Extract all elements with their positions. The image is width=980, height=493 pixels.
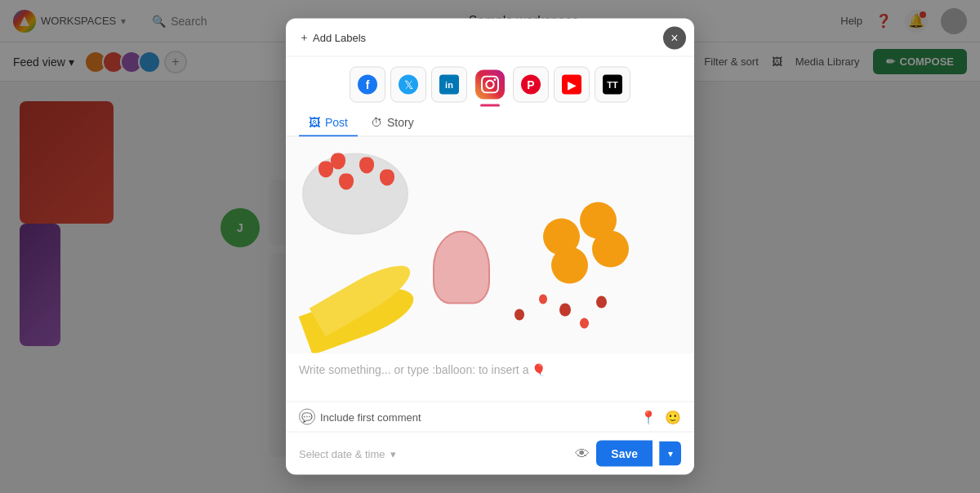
modal-footer: Select date & time ▾ 👁 Save ▾ xyxy=(286,433,694,475)
save-button[interactable]: Save xyxy=(596,441,653,467)
comment-action-icons: 📍 🙂 xyxy=(640,409,681,424)
add-labels-label: Add Labels xyxy=(313,31,366,43)
platform-linkedin[interactable]: in xyxy=(431,67,467,103)
platform-facebook[interactable]: f xyxy=(350,67,385,103)
raspberry-4 xyxy=(580,318,589,329)
comment-row: 💬 Include first comment 📍 🙂 xyxy=(286,402,694,433)
date-placeholder: Select date & time xyxy=(299,447,385,460)
platform-row: f 𝕏 in P ▶ TT xyxy=(286,57,694,103)
modal-tabs: 🖼 Post ⏱ Story xyxy=(286,103,694,137)
orange-3 xyxy=(551,247,588,284)
write-placeholder: Write something... or type :balloon: to … xyxy=(299,363,681,376)
raspberry-1 xyxy=(514,309,524,321)
smoothie-cup xyxy=(433,231,490,304)
save-dropdown-button[interactable]: ▾ xyxy=(659,442,681,466)
platform-pinterest[interactable]: P xyxy=(513,67,549,103)
location-icon[interactable]: 📍 xyxy=(640,409,657,424)
emoji-icon[interactable]: 🙂 xyxy=(665,409,681,424)
date-chevron: ▾ xyxy=(390,447,396,460)
plus-icon: ＋ xyxy=(299,30,310,45)
orange-4 xyxy=(592,231,629,268)
platform-youtube[interactable]: ▶ xyxy=(554,67,590,103)
strawberry-2 xyxy=(339,174,354,190)
raspberry-3 xyxy=(559,304,571,317)
strawberry-5 xyxy=(331,153,345,170)
modal-header: ＋ Add Labels × xyxy=(286,19,694,57)
platform-twitter[interactable]: 𝕏 xyxy=(390,67,426,103)
comment-icon: 💬 xyxy=(299,409,315,425)
platform-instagram[interactable] xyxy=(472,67,508,103)
strawberry-4 xyxy=(380,170,394,186)
close-icon: × xyxy=(670,31,678,46)
compose-modal: ＋ Add Labels × f 𝕏 in P xyxy=(286,19,694,475)
preview-eye-icon[interactable]: 👁 xyxy=(575,445,590,462)
balloon-emoji: 🎈 xyxy=(532,363,546,376)
add-labels-button[interactable]: ＋ Add Labels xyxy=(299,30,366,45)
include-comment-toggle[interactable]: 💬 Include first comment xyxy=(299,409,421,425)
modal-image-area xyxy=(286,137,694,353)
story-tab-icon: ⏱ xyxy=(371,116,382,129)
write-area[interactable]: Write something... or type :balloon: to … xyxy=(286,353,694,402)
date-time-selector[interactable]: Select date & time ▾ xyxy=(299,447,567,460)
instagram-icon xyxy=(475,70,505,100)
raspberry-5 xyxy=(596,296,607,309)
tab-post[interactable]: 🖼 Post xyxy=(299,109,358,137)
raspberry-2 xyxy=(539,295,547,304)
include-comment-label: Include first comment xyxy=(320,411,421,423)
post-tab-icon: 🖼 xyxy=(309,116,320,129)
platform-tiktok[interactable]: TT xyxy=(595,67,630,103)
footer-right-actions: 👁 Save ▾ xyxy=(575,441,681,467)
modal-close-button[interactable]: × xyxy=(663,27,686,50)
fruit-scene xyxy=(286,137,694,353)
strawberry-3 xyxy=(359,158,374,174)
story-tab-label: Story xyxy=(387,116,414,129)
post-tab-label: Post xyxy=(325,116,348,129)
tab-story[interactable]: ⏱ Story xyxy=(361,109,424,137)
